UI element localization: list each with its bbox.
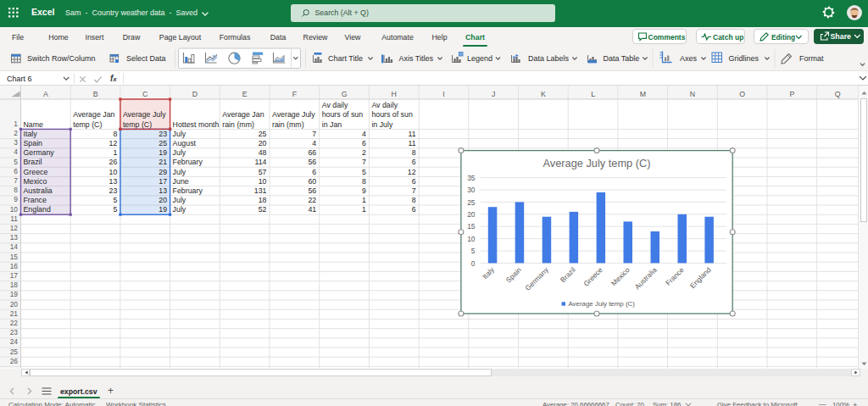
svg-text:56: 56 [308, 186, 316, 195]
svg-text:25: 25 [159, 139, 167, 147]
svg-text:N: N [690, 90, 695, 98]
svg-text:52: 52 [259, 205, 267, 214]
svg-text:M: M [640, 90, 646, 98]
svg-text:26: 26 [109, 158, 118, 166]
svg-text:17: 17 [159, 177, 167, 186]
svg-text:Brazil: Brazil [24, 158, 42, 166]
svg-text:24: 24 [10, 337, 19, 346]
svg-text:February: February [173, 186, 203, 195]
svg-text:15: 15 [10, 253, 19, 261]
svg-text:Average July: Average July [272, 110, 315, 119]
svg-text:23: 23 [10, 328, 19, 336]
svg-text:131: 131 [254, 186, 267, 195]
svg-text:29: 29 [159, 168, 167, 176]
svg-text:7: 7 [14, 176, 18, 185]
svg-text:E: E [242, 90, 248, 98]
svg-text:57: 57 [259, 168, 267, 176]
svg-text:rain (mm): rain (mm) [272, 120, 304, 129]
svg-text:19: 19 [159, 205, 167, 214]
svg-text:25: 25 [10, 348, 19, 356]
svg-text:60: 60 [308, 177, 316, 186]
svg-text:2: 2 [14, 129, 18, 137]
svg-text:17: 17 [10, 271, 19, 280]
svg-text:23: 23 [159, 130, 167, 138]
svg-text:Mexico: Mexico [24, 177, 47, 186]
svg-text:Greece: Greece [24, 168, 48, 176]
svg-text:in Jan: in Jan [322, 120, 342, 129]
svg-text:O: O [739, 90, 745, 98]
svg-text:Average July temp (C): Average July temp (C) [569, 300, 636, 308]
svg-text:July: July [173, 130, 186, 138]
svg-text:48: 48 [259, 148, 267, 157]
svg-text:Name: Name [24, 120, 44, 129]
svg-text:12: 12 [408, 168, 416, 176]
svg-text:14: 14 [10, 242, 19, 251]
svg-text:20: 20 [10, 300, 19, 309]
svg-text:Q: Q [835, 90, 841, 98]
svg-text:114: 114 [254, 158, 266, 166]
svg-text:10: 10 [10, 205, 19, 214]
svg-text:July: July [173, 196, 186, 204]
svg-text:12: 12 [109, 139, 118, 147]
svg-text:5: 5 [113, 196, 117, 204]
svg-text:12: 12 [10, 224, 19, 232]
svg-text:temp (C): temp (C) [123, 120, 152, 129]
svg-text:temp (C): temp (C) [73, 120, 102, 129]
svg-text:3: 3 [14, 138, 18, 147]
svg-text:Average Jan: Average Jan [222, 110, 264, 119]
svg-text:K: K [541, 90, 546, 98]
svg-text:G: G [342, 90, 348, 98]
svg-text:hours of sun: hours of sun [371, 110, 413, 119]
svg-text:5: 5 [471, 247, 476, 255]
svg-text:13: 13 [10, 233, 19, 242]
svg-text:6: 6 [412, 205, 416, 214]
svg-text:18: 18 [10, 281, 19, 289]
svg-text:F: F [292, 90, 298, 98]
svg-text:19: 19 [10, 290, 19, 298]
svg-text:16: 16 [10, 262, 19, 270]
svg-text:Average July temp (C): Average July temp (C) [542, 157, 650, 170]
svg-text:5: 5 [362, 168, 366, 176]
svg-text:7: 7 [312, 130, 316, 138]
svg-text:6: 6 [412, 177, 416, 186]
svg-text:I: I [442, 90, 444, 98]
svg-text:5: 5 [14, 158, 18, 166]
svg-text:8: 8 [113, 130, 117, 138]
svg-text:5: 5 [113, 205, 117, 214]
svg-text:20: 20 [259, 139, 267, 147]
svg-text:20: 20 [159, 196, 167, 204]
svg-text:7: 7 [412, 186, 416, 195]
svg-text:21: 21 [159, 158, 167, 166]
svg-text:9: 9 [362, 186, 366, 195]
svg-text:C: C [142, 90, 148, 98]
svg-text:13: 13 [109, 177, 118, 186]
svg-text:23: 23 [109, 186, 118, 195]
svg-text:56: 56 [308, 158, 316, 166]
svg-text:20: 20 [467, 210, 476, 219]
svg-text:1: 1 [362, 196, 366, 204]
svg-text:1: 1 [14, 120, 18, 128]
svg-text:Average Jan: Average Jan [73, 110, 114, 119]
svg-text:D: D [192, 90, 198, 98]
svg-text:26: 26 [10, 357, 19, 365]
svg-text:21: 21 [10, 309, 19, 318]
svg-text:8: 8 [412, 196, 416, 204]
svg-text:Spain: Spain [24, 139, 43, 147]
svg-text:8: 8 [412, 148, 416, 157]
svg-text:10: 10 [467, 235, 476, 243]
svg-text:4: 4 [14, 147, 18, 156]
svg-text:9: 9 [14, 195, 18, 203]
svg-text:13: 13 [159, 186, 167, 195]
svg-text:France: France [24, 196, 47, 204]
svg-text:22: 22 [308, 196, 316, 204]
svg-text:1: 1 [362, 205, 366, 214]
svg-text:Av daily: Av daily [371, 101, 398, 109]
svg-text:Germany: Germany [24, 148, 55, 157]
svg-text:8: 8 [362, 177, 366, 186]
svg-text:Hottest month: Hottest month [173, 120, 220, 129]
svg-text:H: H [392, 90, 397, 98]
svg-text:6: 6 [312, 168, 316, 176]
svg-text:England: England [24, 205, 51, 214]
svg-text:L: L [591, 90, 595, 98]
svg-text:rain (mm): rain (mm) [222, 120, 254, 129]
